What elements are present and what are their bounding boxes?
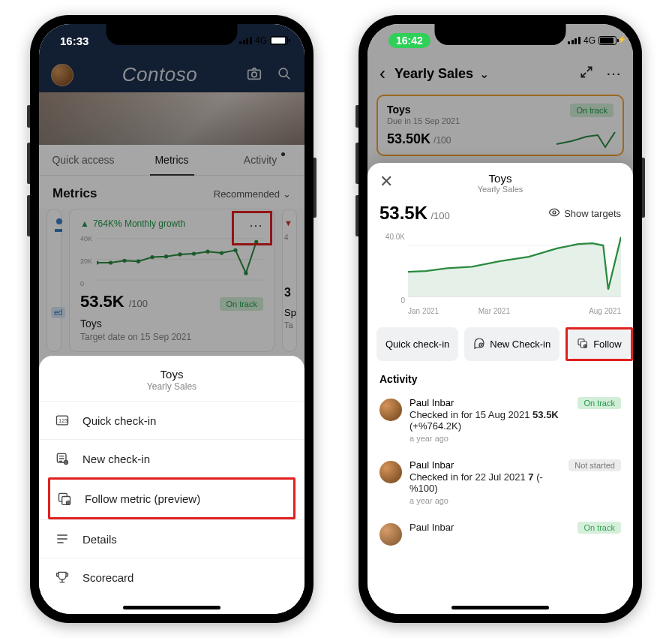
highlight-follow: Follow metric (preview) (48, 477, 296, 519)
detail-subtitle: Yearly Sales (380, 185, 621, 194)
follow-button[interactable]: Follow (568, 330, 631, 359)
status-time: 16:33 (60, 35, 88, 47)
signal-icon (568, 37, 580, 44)
quick-checkin-button[interactable]: Quick check-in (376, 327, 458, 361)
activity-list: Paul Inbar Checked in for 15 Aug 2021 53… (368, 391, 633, 556)
menu-quick-checkin[interactable]: 123 Quick check-in (39, 401, 304, 439)
sheet-title: Toys (39, 368, 304, 381)
notch (435, 24, 566, 45)
status-badge: Not started (568, 459, 621, 471)
notch (106, 24, 238, 45)
metric-actions-sheet: Toys Yearly Sales 123 Quick check-in New… (39, 356, 304, 614)
signal-icon (239, 37, 252, 44)
new-checkin-icon (473, 337, 485, 351)
eye-icon (548, 206, 560, 221)
activity-time: a year ago (410, 434, 570, 443)
status-right: 4G ⚡ (568, 35, 616, 46)
activity-item[interactable]: Paul Inbar On track (376, 516, 624, 556)
charging-icon: ⚡ (617, 35, 626, 44)
status-time: 16:42 (388, 33, 430, 48)
quick-checkin-icon: 123 (54, 412, 70, 429)
network-label: 4G (255, 35, 267, 46)
status-right: 4G (239, 35, 288, 46)
detail-title: Toys (380, 172, 621, 185)
avatar (380, 461, 402, 483)
scorecard-icon (54, 569, 70, 585)
phone-right: 16:42 4G ⚡ ‹ Yearly Sales ⌄ ⋯ (358, 15, 642, 623)
status-badge: On track (578, 522, 621, 534)
activity-user: Paul Inbar (410, 522, 570, 533)
status-badge: On track (578, 397, 621, 409)
battery-icon (270, 36, 288, 45)
show-targets-button[interactable]: Show targets (548, 206, 621, 221)
metric-detail-sheet: ✕ Toys Yearly Sales 53.5K /100 Show targ… (368, 163, 633, 614)
activity-time: a year ago (410, 496, 561, 505)
menu-follow-metric[interactable]: Follow metric (preview) (50, 480, 293, 517)
activity-text: Checked in for 22 Jul 2021 7 (-%100) (410, 471, 561, 494)
activity-item[interactable]: Paul Inbar Checked in for 15 Aug 2021 53… (376, 391, 624, 453)
menu-details[interactable]: Details (39, 519, 304, 558)
home-indicator[interactable] (123, 606, 220, 609)
screen-left: 16:33 4G Contoso (39, 24, 304, 614)
screen-right: 16:42 4G ⚡ ‹ Yearly Sales ⌄ ⋯ (368, 24, 633, 614)
phone-left: 16:33 4G Contoso (30, 15, 314, 623)
details-icon (54, 531, 70, 547)
avatar (380, 399, 402, 421)
svg-point-26 (553, 211, 556, 214)
activity-user: Paul Inbar (410, 397, 570, 408)
activity-user: Paul Inbar (410, 459, 561, 471)
network-label: 4G (584, 35, 596, 46)
activity-heading: Activity (368, 370, 633, 391)
avatar (380, 523, 402, 546)
action-buttons-row: Quick check-in New Check-in Follow (368, 318, 633, 370)
new-checkin-icon (54, 450, 70, 467)
activity-text: Checked in for 15 Aug 2021 53.5K (+%764.… (410, 409, 570, 432)
follow-icon (56, 490, 73, 507)
battery-icon: ⚡ (598, 36, 616, 45)
modal-overlay[interactable] (39, 24, 304, 389)
menu-scorecard[interactable]: Scorecard (39, 558, 304, 596)
detail-target: /100 (431, 210, 450, 221)
home-indicator[interactable] (452, 606, 549, 609)
detail-chart: 40.0K 0 Jan 2021 Mar 2021 Aug 2021 (368, 228, 633, 318)
highlight-follow: Follow (566, 327, 633, 361)
svg-text:123: 123 (58, 417, 68, 424)
follow-icon (577, 337, 589, 351)
menu-new-checkin[interactable]: New check-in (39, 439, 304, 477)
activity-item[interactable]: Paul Inbar Checked in for 22 Jul 2021 7 … (376, 453, 624, 516)
detail-value: 53.5K (380, 203, 428, 223)
new-checkin-button[interactable]: New Check-in (464, 327, 560, 361)
sheet-subtitle: Yearly Sales (39, 381, 304, 392)
